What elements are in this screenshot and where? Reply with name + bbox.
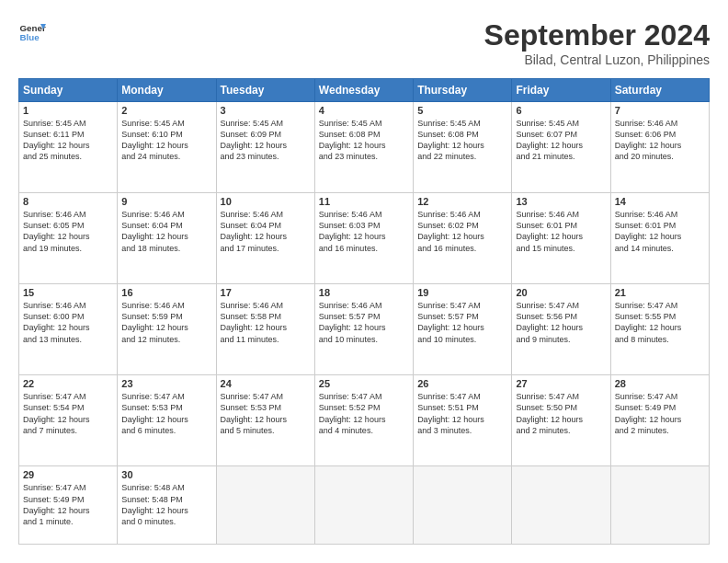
day-info: Sunrise: 5:47 AM Sunset: 5:55 PM Dayligh… [615, 300, 705, 345]
logo-icon: General Blue [18, 18, 46, 46]
day-number: 9 [121, 196, 211, 207]
day-info: Sunrise: 5:46 AM Sunset: 6:01 PM Dayligh… [615, 209, 705, 254]
day-info: Sunrise: 5:47 AM Sunset: 5:56 PM Dayligh… [516, 300, 606, 345]
calendar-cell: 2Sunrise: 5:45 AM Sunset: 6:10 PM Daylig… [118, 102, 216, 193]
day-number: 29 [23, 469, 113, 480]
col-thursday: Thursday [414, 79, 512, 102]
day-number: 3 [221, 105, 311, 116]
calendar-cell: 12Sunrise: 5:46 AM Sunset: 6:02 PM Dayli… [414, 193, 512, 284]
table-row: 29Sunrise: 5:47 AM Sunset: 5:49 PM Dayli… [19, 466, 710, 545]
day-info: Sunrise: 5:46 AM Sunset: 6:00 PM Dayligh… [23, 300, 113, 345]
col-monday: Monday [118, 79, 216, 102]
day-number: 6 [516, 105, 606, 116]
location-subtitle: Bilad, Central Luzon, Philippines [484, 52, 710, 67]
day-number: 28 [615, 378, 705, 389]
day-info: Sunrise: 5:46 AM Sunset: 6:05 PM Dayligh… [23, 209, 113, 254]
day-info: Sunrise: 5:45 AM Sunset: 6:10 PM Dayligh… [121, 118, 211, 163]
calendar-cell: 13Sunrise: 5:46 AM Sunset: 6:01 PM Dayli… [512, 193, 610, 284]
day-number: 16 [121, 287, 211, 298]
calendar-cell [610, 466, 709, 545]
day-info: Sunrise: 5:46 AM Sunset: 6:04 PM Dayligh… [221, 209, 311, 254]
day-info: Sunrise: 5:47 AM Sunset: 5:52 PM Dayligh… [319, 391, 409, 436]
day-info: Sunrise: 5:46 AM Sunset: 6:04 PM Dayligh… [121, 209, 211, 254]
calendar-cell: 15Sunrise: 5:46 AM Sunset: 6:00 PM Dayli… [19, 284, 118, 375]
day-info: Sunrise: 5:47 AM Sunset: 5:54 PM Dayligh… [23, 391, 113, 436]
day-number: 25 [319, 378, 409, 389]
calendar-cell: 9Sunrise: 5:46 AM Sunset: 6:04 PM Daylig… [118, 193, 216, 284]
calendar-cell: 14Sunrise: 5:46 AM Sunset: 6:01 PM Dayli… [610, 193, 709, 284]
table-row: 1Sunrise: 5:45 AM Sunset: 6:11 PM Daylig… [19, 102, 710, 193]
day-number: 17 [221, 287, 311, 298]
calendar-cell: 7Sunrise: 5:46 AM Sunset: 6:06 PM Daylig… [610, 102, 709, 193]
day-info: Sunrise: 5:46 AM Sunset: 6:02 PM Dayligh… [417, 209, 507, 254]
calendar-cell: 21Sunrise: 5:47 AM Sunset: 5:55 PM Dayli… [610, 284, 709, 375]
calendar-cell: 23Sunrise: 5:47 AM Sunset: 5:53 PM Dayli… [118, 375, 216, 466]
table-row: 22Sunrise: 5:47 AM Sunset: 5:54 PM Dayli… [19, 375, 710, 466]
day-number: 18 [319, 287, 409, 298]
day-info: Sunrise: 5:46 AM Sunset: 5:58 PM Dayligh… [221, 300, 311, 345]
calendar-cell [512, 466, 610, 545]
calendar-cell [216, 466, 314, 545]
day-info: Sunrise: 5:45 AM Sunset: 6:11 PM Dayligh… [23, 118, 113, 163]
day-number: 8 [23, 196, 113, 207]
day-number: 20 [516, 287, 606, 298]
day-number: 10 [221, 196, 311, 207]
day-number: 2 [121, 105, 211, 116]
day-number: 4 [319, 105, 409, 116]
calendar-cell: 4Sunrise: 5:45 AM Sunset: 6:08 PM Daylig… [314, 102, 413, 193]
calendar-cell: 1Sunrise: 5:45 AM Sunset: 6:11 PM Daylig… [19, 102, 118, 193]
calendar-cell: 29Sunrise: 5:47 AM Sunset: 5:49 PM Dayli… [19, 466, 118, 545]
header: General Blue September 2024 Bilad, Centr… [18, 18, 710, 67]
title-section: September 2024 Bilad, Central Luzon, Phi… [484, 18, 710, 67]
table-row: 8Sunrise: 5:46 AM Sunset: 6:05 PM Daylig… [19, 193, 710, 284]
day-number: 1 [23, 105, 113, 116]
calendar-cell [314, 466, 413, 545]
day-info: Sunrise: 5:45 AM Sunset: 6:08 PM Dayligh… [319, 118, 409, 163]
day-number: 26 [417, 378, 507, 389]
day-number: 19 [417, 287, 507, 298]
day-info: Sunrise: 5:45 AM Sunset: 6:08 PM Dayligh… [417, 118, 507, 163]
day-info: Sunrise: 5:46 AM Sunset: 6:01 PM Dayligh… [516, 209, 606, 254]
calendar-page: General Blue September 2024 Bilad, Centr… [0, 0, 728, 563]
calendar-cell: 11Sunrise: 5:46 AM Sunset: 6:03 PM Dayli… [314, 193, 413, 284]
calendar-cell: 28Sunrise: 5:47 AM Sunset: 5:49 PM Dayli… [610, 375, 709, 466]
col-friday: Friday [512, 79, 610, 102]
day-number: 15 [23, 287, 113, 298]
day-number: 30 [121, 469, 211, 480]
day-info: Sunrise: 5:47 AM Sunset: 5:51 PM Dayligh… [417, 391, 507, 436]
day-info: Sunrise: 5:47 AM Sunset: 5:50 PM Dayligh… [516, 391, 606, 436]
col-wednesday: Wednesday [314, 79, 413, 102]
col-saturday: Saturday [610, 79, 709, 102]
day-info: Sunrise: 5:46 AM Sunset: 6:06 PM Dayligh… [615, 118, 705, 163]
day-info: Sunrise: 5:45 AM Sunset: 6:07 PM Dayligh… [516, 118, 606, 163]
day-info: Sunrise: 5:47 AM Sunset: 5:57 PM Dayligh… [417, 300, 507, 345]
col-tuesday: Tuesday [216, 79, 314, 102]
day-number: 21 [615, 287, 705, 298]
logo: General Blue [18, 18, 46, 46]
day-info: Sunrise: 5:45 AM Sunset: 6:09 PM Dayligh… [221, 118, 311, 163]
day-info: Sunrise: 5:48 AM Sunset: 5:48 PM Dayligh… [121, 482, 211, 527]
day-info: Sunrise: 5:46 AM Sunset: 5:59 PM Dayligh… [121, 300, 211, 345]
header-row: Sunday Monday Tuesday Wednesday Thursday… [19, 79, 710, 102]
day-info: Sunrise: 5:46 AM Sunset: 5:57 PM Dayligh… [319, 300, 409, 345]
calendar-cell: 30Sunrise: 5:48 AM Sunset: 5:48 PM Dayli… [118, 466, 216, 545]
calendar-table: Sunday Monday Tuesday Wednesday Thursday… [18, 78, 710, 545]
day-number: 7 [615, 105, 705, 116]
day-number: 13 [516, 196, 606, 207]
day-info: Sunrise: 5:47 AM Sunset: 5:49 PM Dayligh… [23, 482, 113, 527]
day-info: Sunrise: 5:47 AM Sunset: 5:49 PM Dayligh… [615, 391, 705, 436]
month-title: September 2024 [484, 18, 710, 52]
calendar-cell [414, 466, 512, 545]
day-number: 22 [23, 378, 113, 389]
calendar-cell: 19Sunrise: 5:47 AM Sunset: 5:57 PM Dayli… [414, 284, 512, 375]
calendar-cell: 20Sunrise: 5:47 AM Sunset: 5:56 PM Dayli… [512, 284, 610, 375]
day-number: 12 [417, 196, 507, 207]
day-number: 14 [615, 196, 705, 207]
day-number: 24 [221, 378, 311, 389]
day-number: 11 [319, 196, 409, 207]
calendar-cell: 10Sunrise: 5:46 AM Sunset: 6:04 PM Dayli… [216, 193, 314, 284]
calendar-cell: 25Sunrise: 5:47 AM Sunset: 5:52 PM Dayli… [314, 375, 413, 466]
svg-text:Blue: Blue [20, 32, 40, 42]
calendar-cell: 6Sunrise: 5:45 AM Sunset: 6:07 PM Daylig… [512, 102, 610, 193]
day-info: Sunrise: 5:47 AM Sunset: 5:53 PM Dayligh… [221, 391, 311, 436]
